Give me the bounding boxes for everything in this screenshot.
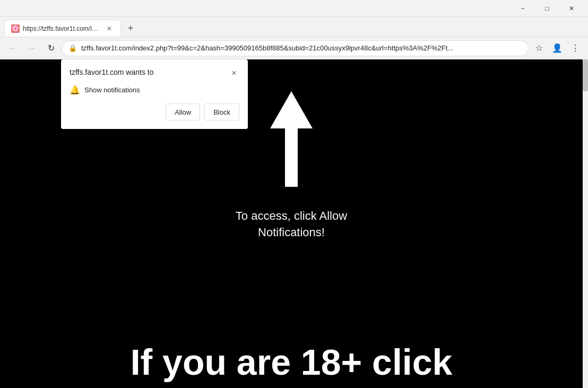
page-big-text: If you are 18+ click — [131, 341, 453, 383]
restore-button[interactable]: □ — [535, 0, 559, 17]
active-tab[interactable]: 🌸 https://tzffs.favor1t.com/index2. ✕ — [4, 20, 121, 37]
address-bar[interactable]: 🔒 tzffs.favor1t.com/index2.php?t=99&c=2&… — [62, 40, 529, 56]
notif-close-button[interactable]: × — [229, 68, 239, 79]
tab-bar: 🌸 https://tzffs.favor1t.com/index2. ✕ + — [0, 17, 588, 37]
tab-favicon: 🌸 — [11, 24, 20, 33]
block-button[interactable]: Block — [204, 104, 239, 120]
bell-icon: 🔔 — [70, 85, 80, 95]
tab-close-button[interactable]: ✕ — [105, 24, 114, 33]
allow-button[interactable]: Allow — [166, 104, 200, 120]
window-controls: − □ ✕ — [511, 0, 584, 17]
svg-marker-0 — [270, 91, 313, 187]
url-text: tzffs.favor1t.com/index2.php?t=99&c=2&ha… — [81, 44, 522, 52]
scrollbar[interactable] — [583, 59, 588, 388]
page-instruction: To access, click AllowNotifications! — [236, 208, 347, 241]
nav-right-buttons: ☆ 👤 ⋮ — [531, 40, 584, 57]
nav-bar: ← → ↻ 🔒 tzffs.favor1t.com/index2.php?t=9… — [0, 37, 588, 59]
refresh-button[interactable]: ↻ — [42, 40, 59, 57]
minimize-button[interactable]: − — [511, 0, 535, 17]
page-content: tzffs.favor1t.com wants to × 🔔 Show noti… — [0, 59, 583, 388]
lock-icon: 🔒 — [68, 44, 77, 52]
menu-button[interactable]: ⋮ — [567, 40, 584, 57]
tab-title: https://tzffs.favor1t.com/index2. — [23, 25, 101, 32]
forward-button[interactable]: → — [23, 40, 40, 57]
new-tab-button[interactable]: + — [123, 21, 138, 36]
notif-permission-text: Show notifications — [84, 86, 140, 94]
notification-permission-popup: tzffs.favor1t.com wants to × 🔔 Show noti… — [61, 59, 248, 129]
notif-header: tzffs.favor1t.com wants to × — [70, 68, 239, 79]
up-arrow-icon — [270, 91, 313, 187]
close-button[interactable]: ✕ — [559, 0, 584, 17]
notif-title: tzffs.favor1t.com wants to — [70, 68, 153, 76]
title-bar: − □ ✕ — [0, 0, 588, 17]
bookmark-button[interactable]: ☆ — [531, 40, 548, 57]
profile-button[interactable]: 👤 — [549, 40, 566, 57]
scrollbar-thumb[interactable] — [583, 59, 588, 91]
browser-body: tzffs.favor1t.com wants to × 🔔 Show noti… — [0, 59, 588, 388]
notif-permission-row: 🔔 Show notifications — [70, 85, 239, 95]
back-button[interactable]: ← — [4, 40, 21, 57]
notif-buttons: Allow Block — [70, 104, 239, 120]
